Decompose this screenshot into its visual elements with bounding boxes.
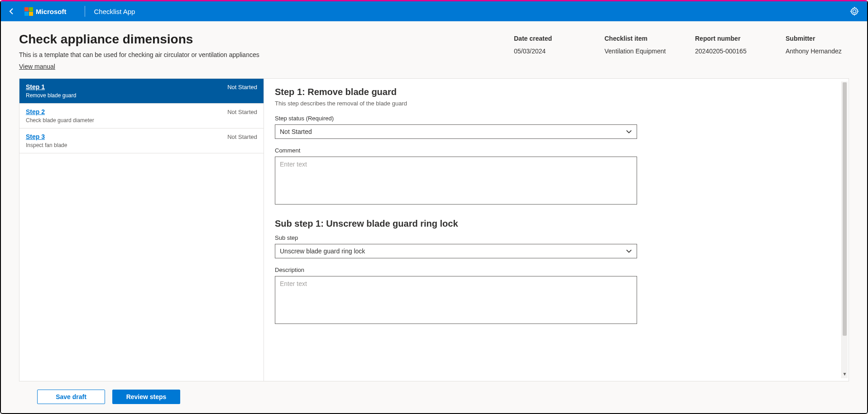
step-status-value: Not Started [280, 128, 312, 135]
save-draft-button[interactable]: Save draft [37, 390, 105, 404]
meta-grid: Date created 05/03/2024 Checklist item V… [514, 32, 849, 55]
detail-desc: This step describes the removal of the b… [275, 100, 838, 107]
page-header: Check appliance dimensions This is a tem… [19, 32, 849, 70]
meta-submitter-value: Anthony Hernandez [786, 48, 849, 55]
step-item-1[interactable]: Step 1 Not Started Remove blade guard [19, 79, 264, 104]
back-button[interactable] [6, 6, 17, 17]
step-item-3[interactable]: Step 3 Not Started Inspect fan blade [19, 128, 264, 153]
substep-value: Unscrew blade guard ring lock [280, 247, 365, 255]
status-field-label: Step status (Required) [275, 115, 838, 122]
detail-title: Step 1: Remove blade guard [275, 87, 838, 97]
chevron-left-icon [8, 8, 15, 15]
scrollbar[interactable]: ▼ [841, 81, 848, 378]
step-status: Not Started [227, 84, 257, 90]
substep-select[interactable]: Unscrew blade guard ring lock [275, 244, 637, 258]
meta-date-created-label: Date created [514, 35, 577, 42]
step-desc: Inspect fan blade [26, 142, 257, 148]
brand-text: Microsoft [36, 8, 67, 15]
step-desc: Check blade guard diameter [26, 117, 257, 124]
chevron-down-icon [626, 248, 632, 254]
microsoft-logo: Microsoft [24, 7, 67, 16]
chevron-down-icon [626, 128, 632, 135]
content-row: Step 1 Not Started Remove blade guard St… [19, 78, 849, 381]
scrollbar-thumb[interactable] [843, 82, 847, 336]
app-window: Microsoft Checklist App Check appliance … [0, 0, 868, 414]
scroll-down-icon[interactable]: ▼ [842, 371, 848, 376]
description-field-label: Description [275, 266, 838, 273]
meta-submitter-label: Submitter [786, 35, 849, 42]
step-link[interactable]: Step 2 [26, 108, 45, 115]
top-bar: Microsoft Checklist App [1, 1, 867, 21]
substep-title: Sub step 1: Unscrew blade guard ring loc… [275, 219, 838, 229]
microsoft-logo-icon [24, 7, 33, 16]
gear-icon [850, 7, 859, 16]
footer-bar: Save draft Review steps [19, 381, 849, 404]
step-item-2[interactable]: Step 2 Not Started Check blade guard dia… [19, 104, 264, 128]
meta-checklist-item-label: Checklist item [604, 35, 668, 42]
description-input[interactable] [275, 276, 637, 324]
step-status: Not Started [227, 133, 257, 140]
step-status-select[interactable]: Not Started [275, 124, 637, 139]
app-title: Checklist App [94, 8, 135, 15]
step-status: Not Started [227, 109, 257, 115]
step-link[interactable]: Step 3 [26, 133, 45, 140]
divider [85, 6, 85, 17]
view-manual-link[interactable]: View manual [19, 63, 55, 70]
detail-pane: Step 1: Remove blade guard This step des… [264, 79, 849, 381]
page-subtitle: This is a template that can be used for … [19, 51, 500, 58]
meta-report-number-value: 20240205-000165 [695, 48, 758, 55]
settings-button[interactable] [847, 4, 862, 19]
step-list: Step 1 Not Started Remove blade guard St… [19, 79, 264, 381]
step-desc: Remove blade guard [26, 92, 257, 99]
comment-input[interactable] [275, 157, 637, 205]
page-body: Check appliance dimensions This is a tem… [1, 21, 867, 413]
page-title: Check appliance dimensions [19, 32, 500, 47]
review-steps-button[interactable]: Review steps [112, 390, 180, 404]
substep-field-label: Sub step [275, 234, 838, 241]
meta-date-created-value: 05/03/2024 [514, 48, 577, 55]
meta-checklist-item-value: Ventilation Equipment [604, 48, 668, 55]
meta-report-number-label: Report number [695, 35, 758, 42]
step-link[interactable]: Step 1 [26, 83, 45, 90]
comment-field-label: Comment [275, 147, 838, 154]
